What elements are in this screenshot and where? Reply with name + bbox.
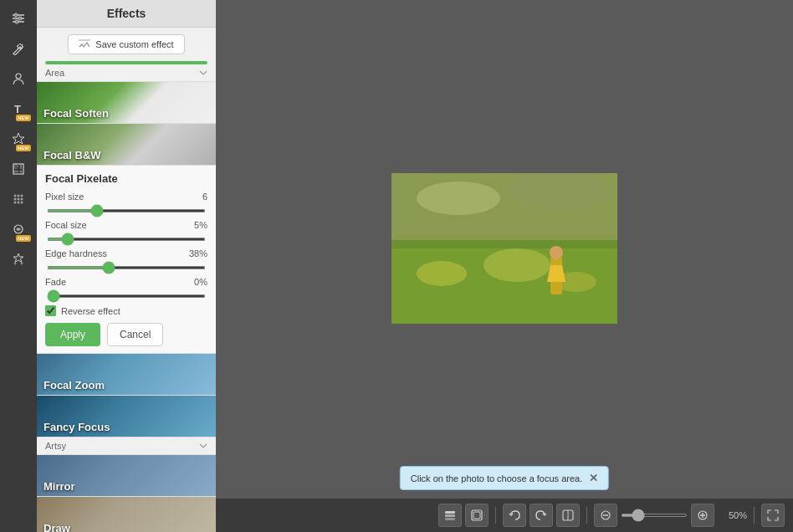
svg-point-4 — [18, 17, 22, 20]
hint-text: Click on the photo to choose a focus are… — [411, 473, 582, 483]
left-toolbar: T NEW NEW — [0, 0, 37, 532]
edge-hardness-slider-wrap — [45, 260, 207, 272]
effect-fancy-focus[interactable]: Fancy Focus — [37, 396, 216, 437]
effects-panel: Effects Save custom effect Area Focal So… — [37, 0, 216, 532]
hint-close-button[interactable]: ✕ — [589, 472, 598, 484]
svg-rect-38 — [445, 514, 455, 517]
tool-frames[interactable]: NEW — [5, 125, 32, 152]
svg-point-3 — [14, 13, 18, 17]
effect-focal-bw[interactable]: Focal B&W — [37, 124, 216, 166]
svg-rect-8 — [13, 164, 23, 174]
save-custom-button[interactable]: Save custom effect — [68, 34, 184, 54]
fade-row: Fade 0% — [45, 277, 207, 287]
focal-pixelate-title: Focal Pixelate — [45, 172, 207, 185]
effects-list: Area Focal Soften Focal B&W Focal Pixela… — [37, 64, 216, 532]
effect-mirror-label: Mirror — [37, 477, 216, 496]
photo-image[interactable] — [391, 173, 617, 324]
tool-texture[interactable] — [5, 186, 32, 212]
effect-draw[interactable]: Draw — [37, 497, 216, 532]
svg-rect-39 — [445, 518, 455, 520]
reverse-checkbox[interactable] — [45, 305, 56, 316]
zoom-in-button[interactable] — [691, 504, 714, 527]
fade-label: Fade — [45, 277, 66, 287]
effect-focal-soften-label: Focal Soften — [37, 104, 216, 123]
pixel-size-value: 6 — [202, 192, 207, 202]
svg-point-19 — [14, 202, 17, 204]
tool-text[interactable]: T NEW — [5, 95, 32, 122]
svg-point-5 — [15, 20, 18, 23]
new-badge-effects: NEW — [16, 235, 31, 242]
edge-hardness-value: 38% — [189, 248, 207, 258]
bottom-bar: Click on the photo to choose a focus are… — [216, 499, 793, 532]
edge-hardness-row: Edge hardness 38% — [45, 248, 207, 258]
focal-size-label: Focal size — [45, 220, 87, 230]
section-artsy-header: Artsy — [37, 437, 216, 455]
pixel-size-row: Pixel size 6 — [45, 192, 207, 202]
apply-button[interactable]: Apply — [45, 323, 100, 346]
svg-rect-37 — [445, 511, 455, 514]
tool-extras[interactable] — [5, 246, 32, 273]
focal-size-value: 5% — [194, 220, 207, 230]
new-badge: NEW — [16, 115, 31, 121]
focal-pixelate-controls: Focal Pixelate Pixel size 6 Focal size 5… — [37, 166, 216, 354]
edge-hardness-slider[interactable] — [47, 266, 206, 269]
cancel-button[interactable]: Cancel — [107, 323, 163, 346]
action-buttons: Apply Cancel — [45, 323, 207, 346]
fade-slider-wrap — [45, 289, 207, 300]
bar-separator-1 — [495, 507, 496, 524]
pixel-size-label: Pixel size — [45, 192, 84, 202]
svg-rect-25 — [79, 39, 90, 41]
main-canvas: Click on the photo to choose a focus are… — [216, 0, 793, 532]
tool-magic[interactable] — [5, 35, 32, 62]
svg-point-16 — [14, 198, 17, 201]
pixel-size-slider-wrap — [45, 203, 207, 215]
photo-container[interactable] — [391, 173, 617, 326]
canvas-area[interactable] — [216, 0, 793, 499]
undo-button[interactable] — [503, 504, 526, 527]
fade-value: 0% — [194, 277, 207, 287]
edge-hardness-label: Edge hardness — [45, 248, 107, 258]
zoom-out-button[interactable] — [594, 504, 617, 527]
bar-separator-2 — [586, 507, 587, 524]
section-area-header: Area — [37, 64, 216, 82]
svg-point-24 — [21, 263, 23, 265]
effect-focal-zoom[interactable]: Focal Zoom — [37, 354, 216, 396]
focal-size-slider[interactable] — [47, 238, 206, 241]
hint-box: Click on the photo to choose a focus are… — [400, 466, 609, 490]
svg-point-13 — [14, 195, 17, 197]
svg-text:T: T — [14, 103, 21, 115]
effect-focal-zoom-label: Focal Zoom — [37, 376, 216, 395]
svg-point-18 — [21, 198, 23, 201]
svg-point-23 — [14, 263, 17, 265]
zoom-slider[interactable] — [621, 514, 688, 517]
effect-mirror[interactable]: Mirror — [37, 455, 216, 497]
svg-point-6 — [16, 74, 21, 79]
history-button[interactable] — [465, 504, 489, 527]
fade-slider[interactable] — [47, 294, 206, 298]
layers-button[interactable] — [438, 504, 462, 527]
svg-point-21 — [21, 202, 23, 204]
effect-focal-bw-label: Focal B&W — [37, 146, 216, 165]
svg-rect-41 — [473, 512, 480, 519]
focal-size-slider-wrap — [45, 232, 207, 243]
svg-point-20 — [18, 202, 20, 204]
redo-button[interactable] — [530, 504, 553, 527]
bar-separator-3 — [754, 507, 755, 524]
reverse-row: Reverse effect — [45, 305, 207, 316]
tool-effects[interactable]: NEW — [5, 216, 32, 243]
svg-point-17 — [18, 198, 20, 201]
tool-crop[interactable] — [5, 156, 32, 182]
svg-point-14 — [18, 195, 20, 197]
tool-adjustments[interactable] — [5, 5, 32, 32]
fullscreen-button[interactable] — [761, 504, 785, 527]
effect-fancy-focus-label: Fancy Focus — [37, 417, 216, 437]
panel-title: Effects — [37, 0, 216, 28]
effect-draw-label: Draw — [37, 519, 216, 532]
reverse-label: Reverse effect — [61, 306, 120, 316]
zoom-label: 50% — [718, 510, 747, 520]
effect-focal-soften[interactable]: Focal Soften — [37, 82, 216, 124]
svg-point-15 — [21, 195, 23, 197]
compare-button[interactable] — [556, 504, 580, 527]
tool-portrait[interactable] — [5, 65, 32, 92]
pixel-size-slider[interactable] — [47, 209, 206, 212]
